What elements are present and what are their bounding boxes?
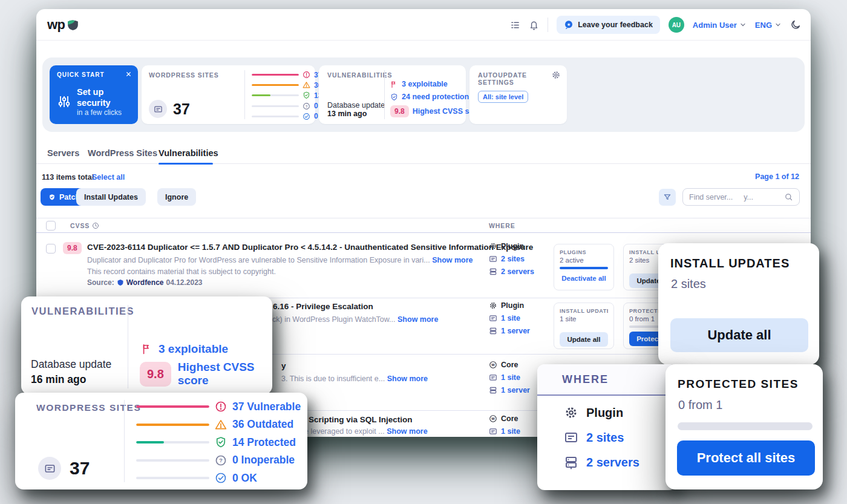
app-logo[interactable]: wp — [47, 17, 79, 33]
server-icon — [489, 267, 497, 276]
where-type-label: Plugin — [586, 406, 623, 420]
feedback-label: Leave your feedback — [578, 21, 653, 29]
stat-bar — [136, 405, 209, 408]
protect-all-sites-button[interactable]: Protect all sites — [677, 440, 815, 476]
where-sites-link[interactable]: 1 site — [489, 427, 520, 436]
panel-progress-bar — [560, 267, 608, 269]
wordfence-logo-icon — [117, 279, 124, 286]
close-icon[interactable] — [125, 71, 132, 77]
gear-icon[interactable] — [551, 70, 561, 80]
where-servers-link[interactable]: 2 servers — [489, 267, 534, 276]
where-sites-link[interactable]: 1 site — [489, 314, 530, 322]
where-type: W Core — [489, 361, 530, 369]
search-input[interactable]: Find server... y... — [682, 188, 800, 206]
cvss-score-label: Highest CVSS score — [178, 361, 272, 387]
column-header-where[interactable]: WHERE — [489, 222, 515, 229]
card-title: PROTECTED SITES — [678, 378, 799, 391]
shield-check-icon — [302, 91, 310, 99]
question-circle-icon: ? — [302, 102, 310, 110]
search-icon[interactable] — [784, 192, 793, 201]
quick-start-card[interactable]: QUICK START Set up security in a few cli… — [50, 65, 138, 124]
install-updates-button[interactable]: Install Updates — [76, 188, 146, 206]
plugins-panel: PLUGINS 2 active Deactivate all — [554, 244, 614, 290]
db-update-label: Database update — [327, 101, 385, 110]
row-checkbox[interactable] — [46, 244, 56, 254]
where-servers-link[interactable]: 1 server — [489, 386, 530, 394]
svg-text:W: W — [491, 363, 495, 367]
show-more-link[interactable]: Show more — [387, 427, 427, 436]
show-more-link[interactable]: Show more — [432, 256, 473, 264]
actions-toolbar: Patch Install Updates Ignore Find server… — [36, 188, 811, 206]
sliders-icon — [57, 94, 71, 110]
stat-bar — [252, 116, 299, 117]
exploitable-stat[interactable]: 3 exploitable — [141, 342, 228, 356]
where-servers-label: 1 server — [501, 327, 530, 335]
deactivate-all-link[interactable]: Deactivate all — [560, 275, 608, 282]
select-all-checkbox[interactable] — [46, 221, 56, 231]
stat-label[interactable]: 0 OK — [232, 472, 257, 485]
card-subtitle: 0 from 1 — [678, 398, 722, 412]
site-icon — [489, 427, 497, 436]
panel-subtitle: 1 site — [560, 315, 608, 322]
where-type-label: Plugin — [501, 301, 524, 310]
where-sites-link[interactable]: 2 sites — [489, 255, 534, 263]
stat-label[interactable]: 36 Outdated — [232, 418, 293, 431]
where-type: Plugin — [489, 301, 530, 310]
filter-button[interactable] — [659, 189, 676, 206]
where-type: W Core — [489, 414, 520, 423]
where-sites-label: 2 sites — [586, 431, 624, 445]
stat-label[interactable]: 14 Protected — [232, 436, 296, 449]
sites-count-block: 37 — [38, 457, 90, 480]
notifications-bell-icon[interactable] — [529, 20, 539, 30]
avatar[interactable]: AU — [669, 17, 684, 33]
source-name: Wordfence — [126, 278, 164, 287]
column-header-cvss[interactable]: CVSS — [70, 222, 90, 229]
check-circle-icon — [215, 472, 227, 484]
show-more-link[interactable]: Show more — [387, 375, 428, 383]
feedback-button[interactable]: ★ Leave your feedback — [557, 16, 660, 34]
update-all-button[interactable]: Update all — [670, 318, 808, 352]
dark-mode-moon-icon[interactable] — [790, 19, 801, 30]
source-line: Source: Wordfence 04.12.2023 — [87, 278, 203, 287]
stat-bar — [252, 74, 299, 76]
description-text: Duplicator and Duplicator Pro for WordPr… — [87, 256, 430, 264]
vulnerability-description: Duplicator and Duplicator Pro for WordPr… — [87, 256, 473, 264]
stat-row: ? 0 Inoperable — [136, 454, 301, 467]
ignore-button[interactable]: Ignore — [157, 188, 196, 206]
quick-start-body: Set up security in a few clicks — [57, 87, 138, 117]
show-more-link[interactable]: Show more — [397, 315, 438, 324]
highest-cvss-stat: 9.8 Highest CVSS score — [140, 361, 272, 387]
tab-vulnerabilities[interactable]: Vulnerabilities — [159, 148, 218, 158]
exploitable-label: 3 exploitable — [402, 80, 448, 88]
where-sites-link[interactable]: 1 site — [489, 373, 530, 382]
autoupdate-level-badge: All: site level — [478, 91, 528, 103]
site-icon — [149, 100, 167, 118]
user-menu[interactable]: Admin User — [693, 21, 747, 30]
wordpress-sites-card-title: WORDPRESS SITES — [149, 71, 244, 79]
stat-bar — [136, 477, 209, 479]
server-icon — [564, 455, 578, 470]
where-type-label: Core — [501, 414, 518, 423]
tab-servers[interactable]: Servers — [47, 148, 79, 158]
stat-label[interactable]: 37 Vulnerable — [232, 401, 301, 413]
gear-icon — [489, 301, 497, 310]
where-servers-label: 1 server — [501, 386, 530, 394]
tasks-list-icon[interactable] — [510, 20, 520, 30]
wordpress-icon: W — [489, 414, 497, 423]
db-update-block: Database update 16 min ago — [31, 357, 111, 388]
tab-bar: Servers WordPress Sites Vulnerabilities — [36, 147, 811, 164]
site-icon — [489, 373, 497, 382]
wordpress-sites-card: WORDPRESS SITES 37 37 Vulnerable — [142, 65, 315, 124]
protected-sites-zoom-card: PROTECTED SITES 0 from 1 Protect all sit… — [666, 364, 823, 489]
where-sites-link[interactable]: 2 sites — [564, 430, 639, 445]
update-all-button[interactable]: Update all — [560, 332, 608, 347]
svg-text:W: W — [491, 417, 495, 421]
tab-wordpress-sites[interactable]: WordPress Sites — [88, 148, 157, 158]
summary-strip: QUICK START Set up security in a few cli… — [42, 57, 805, 132]
language-menu[interactable]: ENG — [755, 21, 782, 30]
server-icon — [489, 327, 497, 335]
stat-label[interactable]: 0 Inoperable — [232, 454, 295, 466]
where-servers-link[interactable]: 1 server — [489, 327, 530, 335]
select-all-link[interactable]: Select all — [92, 173, 125, 182]
where-servers-link[interactable]: 2 servers — [564, 455, 639, 470]
